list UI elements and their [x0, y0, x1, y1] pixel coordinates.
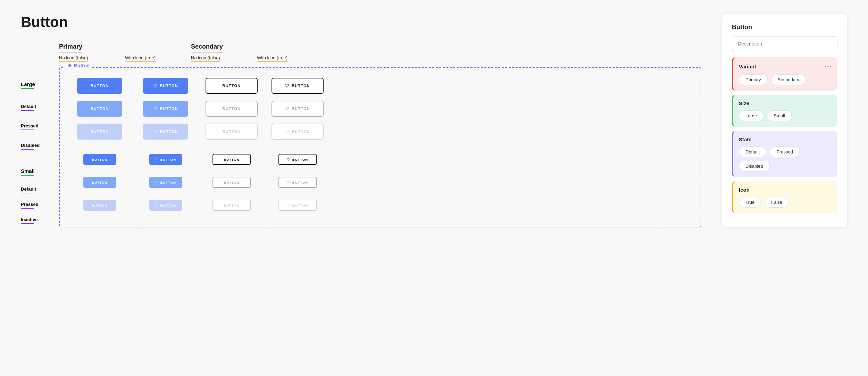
heart-icon-7: ♡ — [155, 158, 159, 161]
size-pill-group: Large Small — [739, 110, 832, 121]
btn-secondary-lg-pressed-icon[interactable]: ♡ BUTTON — [272, 101, 324, 117]
btn-primary-sm-inactive-icon[interactable]: ♡ BUTTON — [149, 200, 182, 211]
btn-primary-lg-pressed-noicon[interactable]: BUTTON — [77, 101, 122, 117]
no-icon-header-2: No icon (false) — [191, 55, 220, 62]
pressed-state-label-large: Pressed — [21, 117, 59, 136]
btn-primary-sm-default-noicon[interactable]: BUTTON — [83, 154, 116, 165]
heart-icon-4: ♡ — [285, 106, 290, 111]
large-size-label: Large — [21, 75, 59, 95]
small-size-label: Small — [21, 164, 59, 179]
heart-icon-9: ♡ — [155, 181, 159, 184]
small-default-row: BUTTON ♡ BUTTON BUTTON — [67, 150, 694, 169]
btn-primary-sm-default-icon[interactable]: ♡ BUTTON — [149, 154, 182, 165]
secondary-variant-header: Secondary — [191, 43, 223, 52]
default-state-label-large: Default — [21, 98, 59, 117]
btn-secondary-sm-default-icon[interactable]: ♡ BUTTON — [278, 154, 317, 165]
inactive-state-label-small: Inactive — [21, 213, 59, 228]
size-pill-large[interactable]: Large — [739, 110, 763, 121]
state-pill-default[interactable]: Default — [739, 147, 766, 157]
size-section-title: Size — [739, 100, 749, 106]
small-inactive-row: BUTTON ♡ BUTTON BUTTON — [67, 195, 694, 215]
icon-section-title: Icon — [739, 187, 750, 193]
icon-pill-group: True False — [739, 197, 832, 208]
variant-pill-group: Primary Secondary — [739, 74, 832, 85]
state-pill-group: Default Pressed Disabled — [739, 147, 832, 172]
diamond-icon: ❖ — [67, 63, 72, 68]
variant-pill-secondary[interactable]: Secondary — [771, 74, 806, 85]
heart-icon-6: ♡ — [285, 129, 290, 134]
more-options-icon[interactable]: ··· — [825, 63, 832, 70]
large-pressed-row: BUTTON ♡ BUTTON BUTTON — [67, 99, 694, 118]
btn-primary-sm-pressed-icon[interactable]: ♡ BUTTON — [149, 177, 182, 188]
btn-primary-lg-default-icon[interactable]: ♡ BUTTON — [143, 78, 188, 94]
pressed-state-label-small: Pressed — [21, 198, 59, 213]
state-section-title: State — [739, 136, 752, 142]
large-disabled-row: BUTTON ♡ BUTTON BUTTON — [67, 122, 694, 141]
no-icon-header-1: No icon (false) — [59, 55, 88, 62]
heart-icon-12: ♡ — [287, 203, 291, 207]
variant-section: Variant ··· Primary Secondary — [732, 57, 837, 91]
size-section: Size Large Small — [732, 95, 837, 127]
heart-icon-2: ♡ — [285, 83, 290, 89]
state-section: State Default Pressed Disabled — [732, 131, 837, 177]
small-pressed-row: BUTTON ♡ BUTTON BUTTON — [67, 173, 694, 192]
with-icon-header-1: With icon (true) — [125, 55, 156, 62]
state-pill-disabled[interactable]: Disabled — [739, 161, 770, 172]
default-state-label-small: Default — [21, 182, 59, 198]
description-input[interactable] — [732, 36, 837, 51]
btn-primary-lg-pressed-icon[interactable]: ♡ BUTTON — [143, 101, 188, 117]
icon-section: Icon True False — [732, 181, 837, 213]
primary-variant-header: Primary — [59, 43, 82, 52]
dotted-box-title: ❖ Button — [65, 63, 92, 68]
variant-section-title: Variant — [739, 64, 756, 69]
btn-secondary-lg-disabled-noicon[interactable]: BUTTON — [206, 124, 258, 140]
btn-secondary-sm-pressed-icon[interactable]: ♡ BUTTON — [278, 177, 317, 188]
heart-icon-10: ♡ — [287, 181, 291, 184]
heart-icon-8: ♡ — [287, 158, 291, 161]
with-icon-header-2: With icon (true) — [257, 55, 287, 62]
panel-title: Button — [732, 24, 837, 31]
btn-primary-sm-inactive-noicon[interactable]: BUTTON — [83, 200, 116, 211]
right-panel: Button Variant ··· Primary Secondary Siz… — [722, 14, 847, 227]
btn-primary-lg-disabled-icon[interactable]: ♡ BUTTON — [143, 124, 188, 140]
btn-primary-sm-pressed-noicon[interactable]: BUTTON — [83, 177, 116, 188]
btn-secondary-lg-default-icon[interactable]: ♡ BUTTON — [272, 78, 324, 94]
btn-primary-lg-default-noicon[interactable]: BUTTON — [77, 78, 122, 94]
size-pill-small[interactable]: Small — [767, 110, 792, 121]
btn-secondary-lg-disabled-icon[interactable]: ♡ BUTTON — [272, 124, 324, 140]
btn-secondary-sm-inactive-noicon[interactable]: BUTTON — [212, 200, 251, 211]
btn-primary-lg-disabled-noicon[interactable]: BUTTON — [77, 124, 122, 140]
icon-pill-false[interactable]: False — [765, 197, 789, 208]
heart-icon-3: ♡ — [153, 106, 158, 111]
icon-pill-true[interactable]: True — [739, 197, 761, 208]
btn-secondary-sm-default-noicon[interactable]: BUTTON — [212, 154, 251, 165]
heart-icon: ♡ — [153, 83, 158, 89]
btn-secondary-lg-default-noicon[interactable]: BUTTON — [206, 78, 258, 94]
state-pill-pressed[interactable]: Pressed — [770, 147, 800, 157]
btn-secondary-sm-inactive-icon[interactable]: ♡ BUTTON — [278, 200, 317, 211]
btn-secondary-sm-pressed-noicon[interactable]: BUTTON — [212, 177, 251, 188]
heart-icon-11: ♡ — [155, 203, 159, 207]
page-title: Button — [21, 14, 701, 31]
heart-icon-5: ♡ — [153, 129, 158, 134]
variant-pill-primary[interactable]: Primary — [739, 74, 768, 85]
disabled-state-label-large: Disabled — [21, 136, 59, 156]
btn-secondary-lg-pressed-noicon[interactable]: BUTTON — [206, 101, 258, 117]
large-default-row: BUTTON ♡ BUTTON BUTTON — [67, 76, 694, 95]
